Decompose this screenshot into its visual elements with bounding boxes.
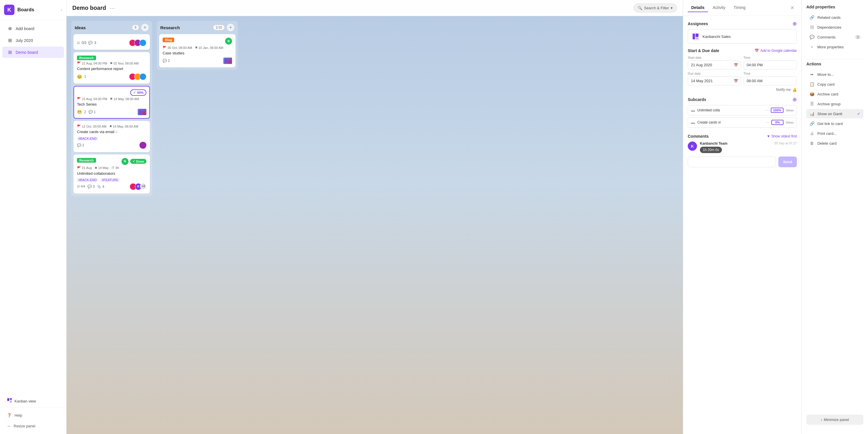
help-label: Help <box>14 413 22 417</box>
subcard1-icon: ▬ <box>691 108 695 113</box>
detail-tab-activity[interactable]: Activity <box>709 3 729 12</box>
sidebar-title: Boards <box>18 7 58 13</box>
subcard-2[interactable]: ▬ Create cards vi ⋯ 0% Ideas <box>688 117 797 128</box>
detail-close-button[interactable]: ✕ <box>788 3 797 12</box>
comment-input[interactable] <box>688 157 776 167</box>
card1-comment-icon: 💬 <box>88 41 93 45</box>
start-date-field: Start date 21 Aug 2020 📅 <box>688 56 741 69</box>
card-3[interactable]: ✓ 50% 🚩21 Aug, 04:00 PM ✖14 May, 08:00 A… <box>73 86 150 119</box>
search-filter-button[interactable]: 🔍 Search & Filter ▾ <box>633 3 677 12</box>
due-date-label: Due date <box>688 72 741 75</box>
subcard2-name: Create cards vi <box>697 120 763 124</box>
add-google-calendar-button[interactable]: 📅 Add to Google calendar <box>754 49 797 53</box>
subcard-1[interactable]: ▬ Unlimited colla ⋯ 100% Ideas <box>688 105 797 116</box>
action-move-to[interactable]: ➡ Move to... <box>806 70 863 79</box>
card1-comments: 3 <box>94 41 96 45</box>
action-print-card[interactable]: 🖨 Print card... <box>806 129 863 138</box>
column-ideas-header: Ideas 6 + <box>71 21 152 34</box>
action-copy-card[interactable]: 📋 Copy card <box>806 80 863 89</box>
move-to-label: Move to... <box>817 72 834 77</box>
card2-emoji-count: 1 <box>84 75 86 79</box>
right-item-comments[interactable]: 💬 Comments 1 <box>806 32 863 42</box>
start-date-input[interactable]: 21 Aug 2020 📅 <box>688 60 741 69</box>
assignees-add-button[interactable]: ⊕ <box>793 21 797 27</box>
right-divider-1 <box>806 59 863 59</box>
action-archive-group[interactable]: 🗄 Archive group <box>806 99 863 108</box>
detail-tab-details[interactable]: Details <box>688 3 708 12</box>
delete-card-label: Delete card <box>817 141 836 146</box>
due-time-input[interactable]: 08:00 AM <box>744 76 797 85</box>
right-item-more-props[interactable]: + More properties <box>806 42 863 52</box>
assignees-title: Assignees <box>688 22 708 26</box>
copy-card-label: Copy card <box>817 82 834 87</box>
app-logo: K <box>4 5 14 15</box>
get-link-label: Get link to card <box>817 122 842 126</box>
svg-rect-9 <box>695 34 699 37</box>
sidebar-item-demo-board[interactable]: ⊞ Demo board <box>2 46 64 58</box>
more-props-label: More properties <box>817 45 844 49</box>
subcards-add-button[interactable]: ⊕ <box>793 96 797 103</box>
sidebar-item-july-2020[interactable]: ⊞ July 2020 <box>2 35 64 46</box>
card-1[interactable]: ☑ 0/3 💬 3 <box>73 34 150 50</box>
calendar-icon: 📅 <box>754 49 759 53</box>
start-time-input[interactable]: 04:00 PM <box>744 60 797 69</box>
notify-icon[interactable]: 🔔 <box>793 88 797 92</box>
card5-attach: 📎 4 <box>97 185 104 189</box>
column-research-cards: Blog N 🚩30 Oct, 08:00 AM ✖10 Jan, 08:00 … <box>157 34 238 70</box>
due-date-input[interactable]: 14 May 2021 📅 <box>688 76 741 85</box>
start-time-label: Time <box>744 56 797 59</box>
assignee-name: Kanbanchi Sales <box>703 34 731 39</box>
search-icon: 🔍 <box>638 6 642 10</box>
resize-label: Resize panel <box>13 424 35 428</box>
comments-section: Comments ▼ Show oldest first K Kanbanchi… <box>688 134 797 167</box>
card5-done-badge: ✓Done <box>130 159 147 164</box>
subcard2-menu-icon[interactable]: ⋯ <box>766 120 769 124</box>
archive-group-icon: 🗄 <box>809 101 814 106</box>
card-r1[interactable]: Blog N 🚩30 Oct, 08:00 AM ✖10 Jan, 08:00 … <box>159 34 236 67</box>
july-board-icon: ⊞ <box>7 38 13 43</box>
board-menu-icon[interactable]: ⋯ <box>110 5 115 11</box>
comment-1: K Kanbanchi Team 05 Sep at 07:27 1h 20m … <box>688 142 797 153</box>
action-get-link[interactable]: 🔗 Get link to card <box>806 119 863 128</box>
sort-icon: ▼ <box>767 134 770 138</box>
action-show-gantt[interactable]: 📊 Show on Gantt ✓ <box>806 109 863 118</box>
card5-start: 🚩21 Aug <box>77 166 92 170</box>
sidebar-item-add-board[interactable]: ⊕ Add board <box>2 23 64 34</box>
svg-rect-0 <box>7 398 9 401</box>
svg-rect-2 <box>10 400 12 403</box>
cardr1-end: ✖10 Jan, 08:00 AM <box>195 46 223 50</box>
board-title: Demo board <box>72 5 106 11</box>
sidebar-help[interactable]: ❓ Help <box>5 411 62 420</box>
copy-card-icon: 📋 <box>809 82 814 87</box>
card5-title: Unlimited collaborators <box>77 171 146 176</box>
minimize-panel-button[interactable]: › Minimize panel <box>806 414 863 425</box>
done-check-icon: ✓ <box>132 159 135 163</box>
card3-end-date: ✖14 May, 08:00 AM <box>110 97 139 101</box>
column-research-add-button[interactable]: + <box>227 24 235 31</box>
comment-send-button[interactable]: Send <box>778 157 797 167</box>
right-item-related-cards[interactable]: 🔗 Related cards <box>806 13 863 22</box>
due-time-label: Time <box>744 72 797 75</box>
card-4[interactable]: 🚩12 Oct, 09:00 AM ✖14 May, 08:00 AM Crea… <box>73 121 150 152</box>
action-delete-card[interactable]: 🗑 Delete card <box>806 138 863 148</box>
card5-more: +4 <box>140 183 146 189</box>
sidebar-expand-icon[interactable]: › <box>61 7 62 12</box>
card-2[interactable]: Research 🚩21 Aug, 04:00 PM ✖02 Nov, 08:0… <box>73 52 150 84</box>
comments-count-badge: 1 <box>855 35 861 39</box>
show-order-button[interactable]: ▼ Show oldest first <box>767 134 797 138</box>
column-ideas-add-button[interactable]: + <box>141 24 149 31</box>
action-archive-card[interactable]: 📦 Archive card <box>806 89 863 99</box>
svg-rect-8 <box>693 34 695 39</box>
sidebar-item-label: Demo board <box>16 50 38 55</box>
right-item-dependencies[interactable]: ⛓ Dependencies <box>806 23 863 32</box>
start-calendar-icon: 📅 <box>734 63 738 67</box>
add-board-icon: ⊕ <box>7 26 13 31</box>
cardr1-avatar: N <box>225 38 232 44</box>
kanban-view-item[interactable]: Kanban view <box>2 396 64 406</box>
actions-title: Actions <box>806 62 863 66</box>
detail-tab-timing[interactable]: Timing <box>730 3 749 12</box>
delete-card-icon: 🗑 <box>809 141 814 146</box>
card-5[interactable]: Research N ✓Done 🚩21 Aug ✖14 May ⏱9h Unl… <box>73 155 150 193</box>
sidebar-resize[interactable]: ↔ Resize panel <box>5 422 62 431</box>
subcard1-menu-icon[interactable]: ⋯ <box>765 108 769 112</box>
